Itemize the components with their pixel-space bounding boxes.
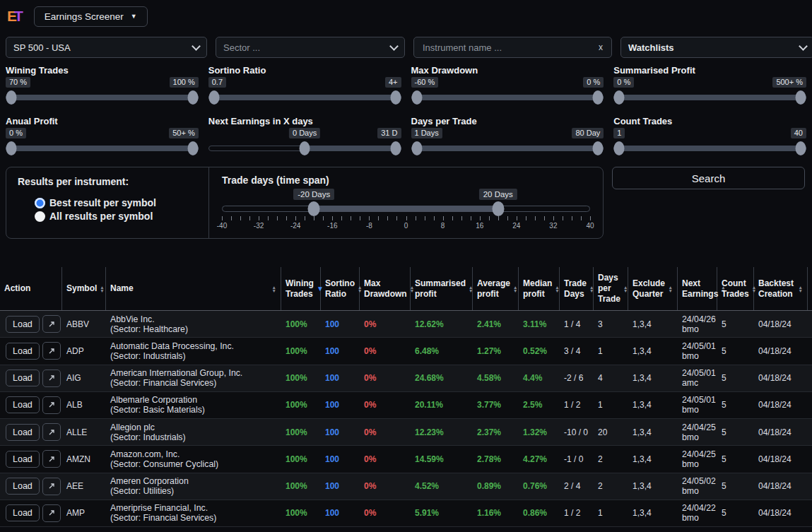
expand-chart-button[interactable] <box>42 315 61 333</box>
slider-track[interactable] <box>6 90 199 105</box>
instrument-search-field[interactable]: x <box>413 37 612 58</box>
column-header-drawdown[interactable]: Max Drawdown▲▼ <box>360 267 411 310</box>
column-header-next_earnings[interactable]: Next Earnings▲▼ <box>678 267 717 310</box>
slider-track[interactable] <box>208 141 401 156</box>
column-header-trade_days[interactable]: Trade Days▲▼ <box>560 267 594 310</box>
load-button[interactable]: Load <box>6 424 40 441</box>
column-header-median[interactable]: Median profit▲▼ <box>519 267 560 310</box>
radio-option-label: Best result per symbol <box>49 197 156 208</box>
slider-handle-right[interactable] <box>390 141 401 155</box>
cell-average: 2.41% <box>473 319 519 329</box>
expand-chart-button[interactable] <box>42 423 61 441</box>
cell-median: 0.86% <box>519 508 560 518</box>
load-button[interactable]: Load <box>6 478 40 495</box>
column-header-average[interactable]: Average profit▲▼ <box>473 267 519 310</box>
sort-icon[interactable]: ▲▼ <box>100 285 104 292</box>
slider-handle-left[interactable] <box>300 141 310 155</box>
radio-selected-icon[interactable] <box>35 198 45 208</box>
clear-icon[interactable]: x <box>597 42 604 52</box>
screener-menu-button[interactable]: Earnings Screener ▼ <box>34 6 148 27</box>
axis-tick <box>507 216 508 220</box>
slider-handle-left[interactable] <box>6 90 17 105</box>
sort-icon[interactable]: ▲▼ <box>555 285 559 292</box>
logo-letter-t: T <box>14 8 23 25</box>
slider-handle-left[interactable] <box>6 141 17 155</box>
axis-tick <box>452 216 453 220</box>
screener-menu-label: Earnings Screener <box>45 11 124 22</box>
radio-unselected-icon[interactable] <box>35 211 45 222</box>
sector-select[interactable]: Sector ... <box>216 37 405 58</box>
sort-icon[interactable]: ▲▼ <box>669 285 673 292</box>
cell-name: Amazon.com, Inc.(Sector: Consumer Cyclic… <box>106 449 281 469</box>
column-header-backtest_creation[interactable]: Backtest Creation▲▼ <box>754 267 808 310</box>
cell-drawdown: 0% <box>360 454 411 464</box>
sort-icon[interactable]: ▲▼ <box>272 285 276 292</box>
load-button[interactable]: Load <box>6 316 40 333</box>
column-header-name[interactable]: Name▲▼ <box>106 267 281 310</box>
cell-median: 1.32% <box>519 427 560 437</box>
expand-chart-button[interactable] <box>42 504 61 522</box>
radio-option-1[interactable]: Best result per symbol <box>35 197 208 208</box>
load-button[interactable]: Load <box>6 370 40 386</box>
expand-chart-button[interactable] <box>42 478 61 495</box>
load-button[interactable]: Load <box>6 343 40 360</box>
column-header-summarised[interactable]: Summarised profit▲▼ <box>411 267 473 310</box>
sort-icon[interactable]: ▲▼ <box>513 285 517 292</box>
slider-track[interactable] <box>613 141 806 156</box>
watchlists-select[interactable]: Watchlists <box>620 37 812 58</box>
axis-tick <box>553 216 554 220</box>
slider-track[interactable] <box>6 141 199 156</box>
axis-tick <box>480 216 481 220</box>
trade-days-handle-left[interactable] <box>308 201 320 216</box>
axis-tick <box>517 216 517 220</box>
column-header-winning[interactable]: Wining Trades▼ <box>281 267 321 310</box>
slider-track-fill <box>411 95 604 100</box>
sort-icon[interactable]: ▲▼ <box>623 285 628 292</box>
load-button[interactable]: Load <box>6 451 40 468</box>
search-button[interactable]: Search <box>612 167 805 189</box>
column-header-sortino[interactable]: Sortino Ratio▲▼ <box>321 267 360 310</box>
slider-handle-right[interactable] <box>796 141 806 155</box>
cell-sortino: 100 <box>321 319 360 329</box>
slider-badges: 0 Days31 D <box>208 128 401 138</box>
instrument-input[interactable] <box>421 42 597 54</box>
column-header-symbol[interactable]: Symbol▲▼ <box>62 267 106 310</box>
cell-drawdown: 0% <box>360 373 411 383</box>
load-button[interactable]: Load <box>6 504 40 521</box>
radio-option-2[interactable]: All results per symbol <box>35 211 208 222</box>
slider-handle-left[interactable] <box>614 141 625 155</box>
slider-track[interactable] <box>208 90 401 105</box>
index-select[interactable]: SP 500 - USA <box>6 37 207 58</box>
axis-tick <box>314 216 314 220</box>
expand-chart-button[interactable] <box>42 342 61 360</box>
slider-track[interactable] <box>411 90 604 105</box>
slider-handle-right[interactable] <box>593 90 604 105</box>
column-header-count_trades[interactable]: Count Trades▲▼ <box>717 267 754 310</box>
slider-handle-right[interactable] <box>187 90 198 105</box>
slider-handle-left[interactable] <box>614 90 625 105</box>
slider-handle-right[interactable] <box>593 141 604 155</box>
cell-days_per_trade: 4 <box>594 373 628 383</box>
slider-track[interactable] <box>411 141 604 156</box>
slider-handle-right[interactable] <box>796 90 806 105</box>
trade-days-handle-right[interactable] <box>492 201 504 216</box>
slider-track[interactable] <box>613 90 806 105</box>
slider-handle-right[interactable] <box>187 141 198 155</box>
trade-days-slider[interactable]: -20 Days20 Days-40-32-24-16-80816243240 <box>222 187 590 231</box>
cell-name: Ameren Corporation(Sector: Utilities) <box>106 476 281 496</box>
column-header-exclude_quarter[interactable]: Exclude Quarter▲▼ <box>628 267 678 310</box>
slider-handle-right[interactable] <box>390 90 401 105</box>
expand-chart-button[interactable] <box>42 396 61 414</box>
cell-count_trades: 5 <box>717 508 754 518</box>
slider-badges: 1 Days80 Day <box>411 128 604 138</box>
expand-chart-button[interactable] <box>42 450 61 468</box>
expand-chart-button[interactable] <box>42 370 61 387</box>
load-button[interactable]: Load <box>6 396 40 413</box>
slider-handle-left[interactable] <box>208 90 219 105</box>
column-header-label: Summarised profit <box>415 278 466 300</box>
column-header-days_per_trade[interactable]: Days per Trade▲▼ <box>594 267 628 310</box>
cell-action: Load <box>0 396 62 414</box>
slider-handle-left[interactable] <box>411 141 422 155</box>
sort-icon[interactable]: ▲▼ <box>799 285 803 292</box>
slider-handle-left[interactable] <box>411 90 422 105</box>
